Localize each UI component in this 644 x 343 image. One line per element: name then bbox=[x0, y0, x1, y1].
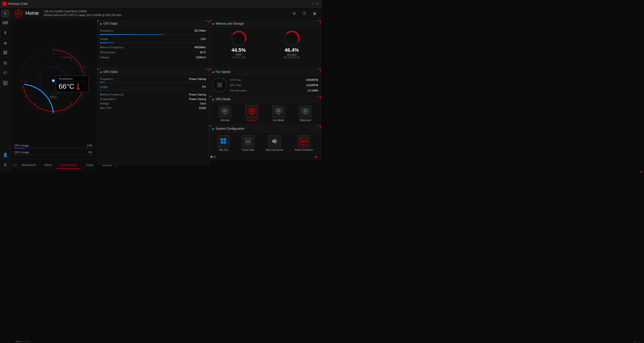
gpu-usage-label: GPU Usage bbox=[14, 151, 29, 154]
sidebar-item-media[interactable]: 🖼 bbox=[1, 48, 10, 57]
gpu-stats-title: ◆ GPU Stats bbox=[100, 70, 118, 74]
dot-1 bbox=[211, 156, 213, 158]
svg-rect-50 bbox=[223, 114, 226, 114]
svg-rect-68 bbox=[224, 138, 226, 141]
fan-speed-title: ◆ Fan Speed bbox=[212, 70, 230, 74]
fan-content: CPU Fan 2000RPM GPU Fan 2100RPM Fan Acou… bbox=[210, 75, 321, 95]
sidebar: 1 ⌨ ⬇ ◈ 🖼 ⊞ 🏷 ⬛ 👤 ⚙ bbox=[0, 8, 11, 171]
close-button[interactable]: ✕ bbox=[316, 2, 319, 6]
gpu-mode-corner bbox=[318, 96, 321, 99]
system-config-header: ◆ System Configuration ⋮ bbox=[210, 125, 321, 132]
winkey-icon bbox=[217, 135, 230, 148]
gpu-fan-row: GPU Fan 2100RPM bbox=[230, 83, 318, 88]
cpu-usage-stat-label: Usage bbox=[100, 37, 108, 40]
gpu-mode-title: ◆ GPU Mode bbox=[212, 97, 230, 101]
gpu-memfreq-row: Memory Frequency Power Saving bbox=[100, 93, 206, 96]
svg-point-2 bbox=[18, 13, 19, 14]
cpu-stats-corner-tl bbox=[97, 20, 99, 22]
fan-panel-corner-tl bbox=[210, 69, 212, 71]
list-view-button[interactable]: ☰ bbox=[301, 10, 308, 17]
gpu-stats-panel: ◆ GPU Stats Frequency Power Saving bbox=[97, 68, 209, 165]
header-info: 12th Gen Intel(R) Core(TM) i9-12900H NVI… bbox=[44, 10, 121, 17]
cpu-usage-bar bbox=[14, 148, 92, 149]
memory-storage-content: 44.5% RAM 14.1/31.7GB bbox=[210, 27, 321, 61]
gpu-mode-eco[interactable]: ECO Eco Mode bbox=[272, 105, 285, 122]
cpu-usage-row: CPU Usage 13% bbox=[14, 144, 92, 149]
sidebar-item-download[interactable]: ⬇ bbox=[1, 28, 10, 37]
svg-rect-35 bbox=[77, 83, 78, 88]
fan-panel-corner bbox=[318, 69, 321, 72]
temp-value: 66°C bbox=[59, 82, 86, 90]
profile-button[interactable]: ▣ bbox=[311, 10, 318, 17]
sidebar-item-tools[interactable]: ⊞ bbox=[1, 58, 10, 67]
tab-circle-left bbox=[13, 163, 14, 168]
gpu-mode-optimized-icon: OPT bbox=[299, 105, 312, 118]
sidebar-item-settings[interactable]: ⚙ bbox=[1, 160, 10, 169]
gpu-mode-ultimate[interactable]: GPU Ultimate bbox=[219, 105, 231, 122]
sidebar-item-user[interactable]: 👤 bbox=[1, 150, 10, 159]
sidebar-item-keyboard[interactable]: ⌨ bbox=[1, 18, 10, 27]
tab-turbo[interactable]: Turbo bbox=[82, 162, 97, 169]
svg-line-17 bbox=[25, 96, 27, 97]
maximize-button[interactable]: □ bbox=[311, 2, 315, 6]
svg-text:ECO: ECO bbox=[277, 110, 281, 112]
cpu-usage-label: CPU Usage bbox=[14, 144, 29, 147]
storage-gauge-item: 46.4% Storage 885.8/1907.6G bbox=[283, 30, 301, 59]
svg-text:3MS: 3MS bbox=[301, 140, 307, 143]
panel-overdrive-icon: 3MS bbox=[298, 135, 310, 148]
gpu-stats-content: Frequency Power Saving Usage 0% bbox=[97, 75, 209, 113]
gpu-temp-row: Temperature Power Saving bbox=[100, 97, 206, 101]
svg-rect-70 bbox=[224, 141, 226, 144]
titlebar: Armoury Crate ─ □ ✕ bbox=[0, 0, 322, 8]
minimize-button[interactable]: ─ bbox=[306, 2, 310, 6]
sys-config-touchpad[interactable]: Touch Pad bbox=[242, 135, 254, 151]
cpu-usage-stat-row: Usage 13% bbox=[100, 37, 206, 40]
tab-windows[interactable]: Windows® bbox=[18, 162, 40, 169]
svg-text:x 1000 MHz: x 1000 MHz bbox=[61, 56, 71, 59]
gpu-mode-optimized[interactable]: OPT Optimized bbox=[299, 105, 312, 122]
sys-config-panel-overdrive[interactable]: 3MS Panel Overdrive bbox=[295, 135, 313, 151]
svg-rect-55 bbox=[250, 114, 253, 114]
system-config-title: ◆ System Configuration bbox=[212, 127, 245, 130]
titlebar-left: Armoury Crate bbox=[3, 2, 28, 6]
tab-silent[interactable]: Silent bbox=[41, 162, 55, 169]
sidebar-num[interactable]: 1 bbox=[2, 10, 9, 17]
svg-rect-65 bbox=[304, 114, 307, 114]
main-content: 6 5 4 3 2 1 0 x 1000 MHz bbox=[11, 19, 322, 171]
storage-gauge-svg bbox=[283, 30, 301, 47]
svg-text:6: 6 bbox=[53, 52, 54, 55]
app-title: Armoury Crate bbox=[8, 2, 28, 6]
cpu-memfreq-row: Memory Frequency 4800MHz bbox=[100, 46, 206, 49]
header-title: Home bbox=[25, 10, 39, 16]
temp-label: Temperature bbox=[59, 77, 86, 81]
grid-view-button[interactable]: ⊞ bbox=[291, 10, 298, 17]
sys-config-bootsound[interactable]: Boot Up Sound bbox=[266, 135, 283, 151]
next-page-arrow[interactable]: ▶ bbox=[315, 155, 320, 159]
gpu-usage-stat-bar bbox=[100, 90, 206, 90]
titlebar-controls[interactable]: ─ □ ✕ bbox=[306, 2, 319, 6]
ram-gauge-svg bbox=[230, 30, 248, 47]
tab-performance[interactable]: Performance bbox=[57, 162, 81, 169]
gpu-stats-header: ◆ GPU Stats bbox=[97, 69, 209, 75]
sidebar-item-scenario[interactable]: ◈ bbox=[1, 38, 10, 47]
sys-config-corner-tl bbox=[210, 125, 212, 127]
svg-text:CPU: CPU bbox=[50, 95, 56, 99]
app-icon bbox=[3, 2, 7, 6]
tab-circle-expand[interactable]: + bbox=[15, 163, 17, 168]
svg-text:GPU: GPU bbox=[250, 110, 254, 112]
gpu-voltage-row: Voltage 0mV bbox=[100, 102, 206, 105]
gpu-maxtgp-row: Max TGP 150W bbox=[100, 107, 206, 110]
fan-icon-container bbox=[212, 77, 227, 92]
sys-config-winkey[interactable]: Win Key bbox=[217, 135, 230, 151]
sidebar-item-tag[interactable]: 🏷 bbox=[1, 68, 10, 77]
gpu-mode-standard[interactable]: GPU Standard bbox=[246, 105, 258, 122]
svg-rect-69 bbox=[221, 141, 223, 144]
app-layout: 1 ⌨ ⬇ ◈ 🖼 ⊞ 🏷 ⬛ 👤 ⚙ Home bbox=[0, 8, 322, 171]
cpu-usage-value: 13% bbox=[87, 144, 92, 147]
mem-panel-corner bbox=[318, 20, 321, 23]
cpu-voltage-row: Voltage 1299mV bbox=[100, 56, 206, 59]
memory-storage-header: ◆ Memory and Storage bbox=[210, 20, 321, 27]
sidebar-item-display[interactable]: ⬛ bbox=[1, 78, 10, 87]
gpu-info: NVIDIA GeForce RTX 3070 Ti Laptop GPU GD… bbox=[44, 13, 121, 17]
cpu-stats-corner bbox=[206, 20, 209, 23]
